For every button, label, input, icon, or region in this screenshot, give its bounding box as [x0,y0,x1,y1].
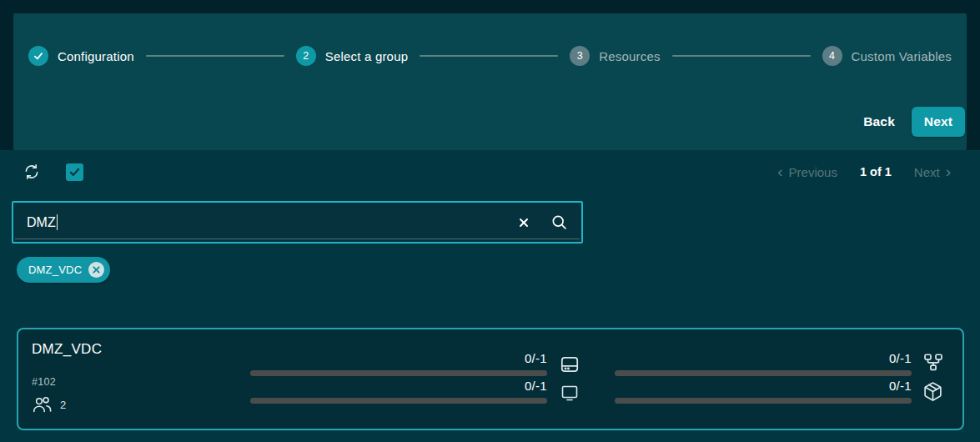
group-card-title: DMZ_VDC [32,341,102,358]
checkbox-check-icon [68,166,81,178]
step-connector [420,55,558,57]
step-label: Configuration [58,49,134,63]
step-configuration[interactable]: Configuration [28,46,134,66]
chip-delete-x-icon [92,265,101,274]
select-all-checkbox[interactable] [66,163,83,181]
group-card-dmz-vdc[interactable]: DMZ_VDC #102 2 0/-1 0/- [17,328,964,430]
filter-chip-dmz-vdc: DMZ_VDC [17,257,110,283]
wizard-screen: Configuration 2 Select a group 3 Resourc… [0,0,980,442]
previous-chevron-icon: ‹ [777,163,782,179]
step-completed-badge [28,46,48,66]
quota-networks: 0/-1 [615,351,912,376]
list-toolbar: ‹ Previous 1 of 1 Next › [0,157,980,187]
step-label: Select a group [325,49,409,63]
step-custom-variables[interactable]: 4 Custom Variables [822,46,952,66]
next-chevron-icon: › [946,163,951,179]
quota-datastores-progressbar [250,370,547,376]
refresh-icon [23,163,41,181]
quota-images-progressbar [615,398,912,404]
quota-images-value: 0/-1 [615,379,912,394]
step-number-badge: 3 [570,46,590,66]
next-page-button[interactable]: Next › [914,164,951,180]
quota-datastores: 0/-1 [250,351,547,376]
users-icon [32,396,53,413]
image-icon [922,381,943,402]
check-icon [33,50,44,62]
quota-vms: 0/-1 [250,379,547,404]
previous-page-label: Previous [789,165,837,179]
group-users: 2 [32,396,66,413]
step-number-badge: 2 [296,46,316,66]
search-input[interactable]: DMZ [13,214,511,230]
chip-label: DMZ_VDC [28,264,82,276]
input-underline [15,239,580,239]
quota-vms-progressbar [250,398,547,404]
pagination: ‹ Previous 1 of 1 Next › [777,164,980,180]
network-icon [922,352,944,374]
quota-datastores-value: 0/-1 [250,351,547,366]
next-page-label: Next [914,165,940,179]
search-submit-button[interactable] [546,210,571,235]
group-card-id: #102 [32,376,56,388]
wizard-actions: Back Next [855,107,965,137]
group-search-field[interactable]: DMZ [12,201,583,244]
step-label: Custom Variables [852,49,952,63]
step-connector [146,55,284,57]
quota-networks-value: 0/-1 [615,351,912,366]
step-label: Resources [599,49,661,63]
search-input-value: DMZ [27,215,56,230]
text-caret [57,214,58,230]
page-status: 1 of 1 [860,165,892,178]
chip-delete-button[interactable] [88,262,104,278]
back-button[interactable]: Back [855,108,903,136]
previous-page-button[interactable]: ‹ Previous [777,164,837,180]
vm-icon [560,383,580,403]
clear-icon [517,216,530,229]
group-users-count: 2 [60,399,66,411]
wizard-header-panel: Configuration 2 Select a group 3 Resourc… [13,13,967,150]
step-resources[interactable]: 3 Resources [570,46,661,66]
step-connector [672,55,811,57]
quota-images: 0/-1 [615,379,912,404]
next-button[interactable]: Next [912,107,965,137]
datastore-icon [559,354,580,375]
quota-vms-value: 0/-1 [250,379,547,394]
wizard-stepper: Configuration 2 Select a group 3 Resourc… [13,13,967,66]
clear-search-button[interactable] [511,210,536,235]
step-number-badge: 4 [822,46,842,66]
step-select-a-group[interactable]: 2 Select a group [296,46,409,66]
refresh-button[interactable] [23,163,41,181]
search-icon [550,213,568,231]
quota-networks-progressbar [615,370,912,376]
